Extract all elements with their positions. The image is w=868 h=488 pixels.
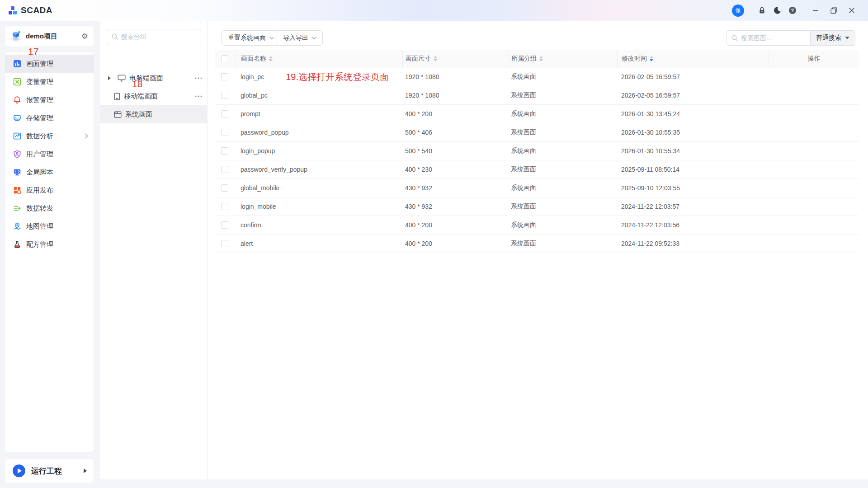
sort-group-icon[interactable]: [539, 56, 543, 61]
map-mgmt-icon: [13, 222, 21, 230]
expand-caret-icon[interactable]: [108, 76, 114, 80]
screen-name[interactable]: confirm: [241, 221, 261, 229]
screen-name[interactable]: global_mobile: [241, 184, 279, 192]
screen-name[interactable]: global_pc: [241, 92, 268, 99]
close-button[interactable]: [843, 3, 861, 18]
sidebar-item-data-forward[interactable]: 数据转发: [5, 199, 94, 217]
search-mode-dropdown[interactable]: 普通搜索: [810, 30, 855, 46]
reset-button-label: 重置系统画面: [228, 34, 266, 42]
sidebar-item-variable-mgmt[interactable]: 变量管理: [5, 73, 94, 91]
group-search-input[interactable]: [121, 33, 196, 40]
dark-mode-icon[interactable]: [769, 3, 785, 18]
row-checkbox[interactable]: [221, 240, 228, 247]
project-card[interactable]: demo项目 ⚙: [5, 25, 94, 47]
tree-item-system-screens[interactable]: 系统画面: [100, 105, 208, 123]
screen-search-input[interactable]: [741, 34, 806, 42]
sidebar-item-map-mgmt[interactable]: 地图管理: [5, 217, 94, 235]
table-row[interactable]: confirm 400 * 200 系统画面 2024-11-22 12:03:…: [215, 216, 859, 235]
svg-text:?: ?: [791, 8, 794, 13]
table-row[interactable]: password_verify_popup 400 * 230 系统画面 202…: [215, 160, 859, 179]
sidebar-item-user-mgmt[interactable]: 用户管理: [5, 145, 94, 163]
more-menu-icon[interactable]: [195, 77, 202, 79]
search-mode-label: 普通搜索: [816, 34, 841, 42]
minimize-button[interactable]: [807, 3, 825, 18]
row-checkbox[interactable]: [221, 221, 228, 229]
row-checkbox[interactable]: [221, 110, 228, 117]
row-checkbox[interactable]: [221, 203, 228, 210]
table-row[interactable]: alert 400 * 200 系统画面 2024-11-22 09:52:33: [215, 235, 859, 253]
sidebar-item-label: 数据分析: [26, 132, 53, 141]
data-forward-icon: [13, 204, 21, 212]
lock-icon[interactable]: [754, 3, 769, 18]
table-row[interactable]: password_popup 500 * 406 系统画面 2026-01-30…: [215, 123, 859, 142]
screen-modified: 2024-11-22 12:03:57: [617, 203, 769, 210]
tree-item-pc-screens[interactable]: 电脑端画面: [100, 69, 208, 87]
select-all-checkbox[interactable]: [221, 55, 228, 62]
wechat-badge-icon[interactable]: 微: [732, 5, 744, 17]
sidebar-item-screen-mgmt[interactable]: 画面管理: [5, 55, 94, 73]
run-project-button[interactable]: 运行工程: [5, 458, 94, 483]
table-row[interactable]: prompt 400 * 200 系统画面 2026-01-30 13:45:2…: [215, 105, 859, 123]
global-script-icon: [13, 168, 21, 176]
screen-group: 系统画面: [509, 221, 617, 229]
reset-system-screens-button[interactable]: 重置系统画面: [222, 30, 280, 46]
table-row[interactable]: login_mobile 430 * 932 系统画面 2024-11-22 1…: [215, 197, 859, 216]
table-header: 画面名称 画面尺寸 所属分组 修改时间 操作: [215, 50, 859, 68]
screen-name[interactable]: password_verify_popup: [241, 166, 307, 173]
import-export-button[interactable]: 导入导出: [277, 30, 323, 46]
sidebar-item-label: 存储管理: [26, 114, 53, 122]
sort-name-icon[interactable]: [269, 56, 273, 61]
project-settings-gear-icon[interactable]: ⚙: [81, 33, 88, 40]
row-checkbox[interactable]: [221, 73, 228, 80]
screen-name[interactable]: login_popup: [241, 147, 275, 155]
sidebar-item-data-analysis[interactable]: 数据分析: [5, 127, 94, 145]
maximize-button[interactable]: [825, 3, 843, 18]
more-menu-icon[interactable]: [195, 95, 202, 97]
sidebar-item-label: 配方管理: [26, 240, 53, 249]
screen-group: 系统画面: [509, 202, 617, 211]
sort-size-icon[interactable]: [434, 56, 437, 61]
group-search-box: [107, 29, 201, 44]
sidebar-item-app-publish[interactable]: 应用发布: [5, 181, 94, 199]
screen-size: 868 * 488: [402, 92, 509, 99]
table-row[interactable]: global_mobile 430 * 932 系统画面 2025-09-10 …: [215, 179, 859, 197]
screen-name[interactable]: alert: [241, 240, 253, 247]
row-checkbox[interactable]: [221, 147, 228, 155]
sidebar-item-alarm-mgmt[interactable]: 报警管理: [5, 91, 94, 109]
column-header-size: 画面尺寸: [406, 55, 431, 63]
screen-name[interactable]: login_mobile: [241, 203, 276, 210]
chevron-down-icon: [269, 37, 274, 40]
screen-name[interactable]: login_pc: [241, 73, 264, 80]
table-row[interactable]: global_pc 868 * 488 系统画面 2026-02-05 16…: [215, 86, 859, 105]
row-checkbox[interactable]: [221, 129, 228, 136]
group-tree: 电脑端画面 移动端画面 系统画面: [100, 69, 208, 123]
tree-item-label: 系统画面: [125, 110, 152, 119]
sort-modified-icon[interactable]: [650, 56, 653, 61]
table-row[interactable]: login_pc19.选择打开系统登录页面 868 * 488 系统画面 2…: [215, 68, 859, 86]
tree-item-mobile-screens[interactable]: 移动端画面: [100, 87, 208, 105]
screen-modified: 2025-09-11 08:50:14: [617, 166, 769, 173]
table-row[interactable]: login_popup 500 * 540 系统画面 2026-01-30 10…: [215, 142, 859, 160]
row-checkbox[interactable]: [221, 184, 228, 192]
project-name: demo项目: [26, 32, 78, 41]
sidebar: demo项目 ⚙ 画面管理 变量管理 报警管理 存储管理 数据分析: [5, 25, 94, 47]
screen-group: 系统画面: [509, 184, 617, 192]
system-screen-icon: [114, 111, 122, 118]
help-icon[interactable]: ?: [785, 3, 800, 18]
sidebar-item-storage-mgmt[interactable]: 存储管理: [5, 109, 94, 127]
screen-size: 500 * 540: [402, 147, 509, 155]
screen-name[interactable]: password_popup: [241, 129, 289, 136]
mobile-icon: [114, 93, 120, 100]
sidebar-item-label: 地图管理: [26, 222, 53, 231]
sidebar-item-recipe-mgmt[interactable]: 配方管理: [5, 235, 94, 253]
screen-modified: 2026-01-30 10:55:34: [617, 147, 769, 155]
window-controls: [807, 3, 861, 18]
row-checkbox[interactable]: [221, 166, 228, 173]
screen-size: 400 * 200: [402, 110, 509, 117]
screen-name[interactable]: prompt: [241, 110, 260, 117]
tree-item-label: 移动端画面: [124, 92, 158, 101]
recipe-mgmt-icon: [13, 240, 21, 249]
screen-modified: 2026-01-30 13:45:24: [617, 110, 769, 117]
row-checkbox[interactable]: [221, 92, 228, 99]
sidebar-item-global-script[interactable]: 全局脚本: [5, 163, 94, 181]
